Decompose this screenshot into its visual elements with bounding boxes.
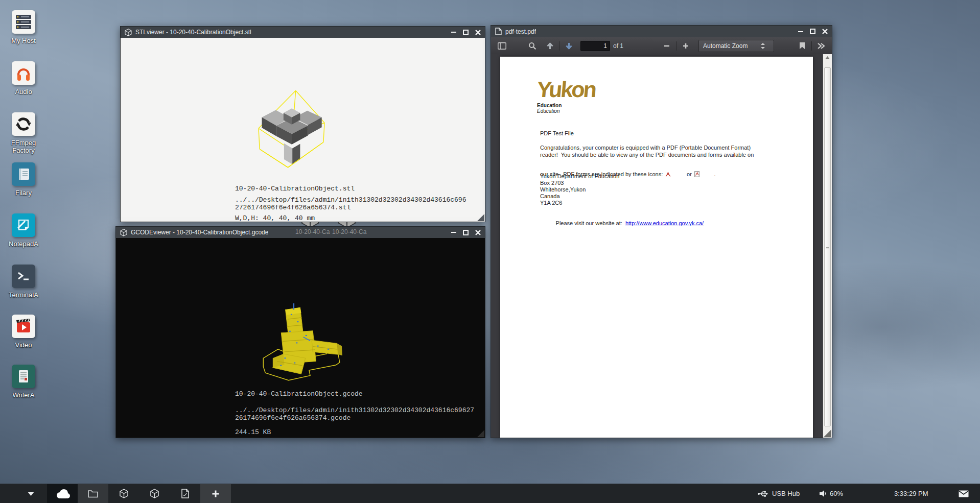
stl-filename: 10-20-40-CalibrationObject.stl — [235, 185, 355, 193]
close-button[interactable] — [822, 29, 828, 34]
address-line: Y1A 2C6 — [540, 200, 562, 206]
resize-grip[interactable] — [477, 430, 484, 437]
speaker-icon — [819, 490, 826, 497]
desktop-icon-label: My Host — [11, 37, 36, 44]
gcode-viewer-window: GCODEviewer - 10-20-40-CalibrationObject… — [115, 226, 485, 438]
minimize-button[interactable] — [451, 230, 456, 235]
gcode-viewport[interactable]: 10-20-40-CalibrationObject.gcode ../../D… — [116, 238, 485, 438]
maximize-button[interactable] — [463, 30, 469, 35]
desktop-icon-video[interactable]: Video — [0, 315, 47, 349]
tray-clock[interactable]: 3:33:29 PM — [894, 484, 928, 503]
pdf-content-area[interactable]: Yukon Education Éducation PDF Test File … — [491, 54, 823, 438]
minimize-button[interactable] — [798, 29, 803, 34]
address-line: Box 2703 — [540, 180, 564, 186]
taskbar-cloud-button[interactable] — [47, 484, 78, 503]
desktop-icon-label: FFmpeg Factory — [0, 139, 47, 154]
window-title: pdf-test.pdf — [505, 28, 536, 35]
doc-paragraph-line1: Congratulations, your computer is equipp… — [540, 145, 751, 151]
doc-paragraph-line3-mid: or — [685, 171, 693, 177]
website-link[interactable]: http://www.education.gov.yk.ca/ — [625, 220, 704, 226]
taskbar-gcodeviewer-button[interactable] — [139, 484, 170, 503]
resize-grip[interactable] — [824, 429, 831, 437]
desktop-icon-terminala[interactable]: TerminalA — [0, 265, 47, 299]
gcode-filesize: 244.15 KB — [235, 428, 271, 436]
desktop-icon-label: Audio — [15, 88, 32, 95]
maximize-button[interactable] — [463, 230, 469, 235]
desktop-icon-audio[interactable]: Audio — [0, 61, 47, 95]
stl-viewport[interactable]: 10-20-40-CalibrationObject.stl ../../Des… — [121, 38, 485, 222]
close-button[interactable] — [475, 230, 481, 235]
page-number-input[interactable] — [580, 41, 610, 51]
gcode-path-line1: ../../Desktop/files/admin/inith31302d323… — [235, 406, 474, 414]
previous-page-button[interactable] — [543, 39, 556, 53]
cube-icon — [150, 489, 159, 498]
tray-usb-label: USB Hub — [772, 490, 800, 497]
vertical-scrollbar[interactable] — [823, 54, 832, 438]
taskbar-add-button[interactable] — [200, 484, 231, 503]
terminal-icon — [12, 265, 35, 288]
minimize-button[interactable] — [451, 30, 456, 35]
sidebar-toggle-button[interactable] — [495, 39, 508, 53]
zoom-in-button[interactable] — [679, 39, 692, 53]
writer-icon — [12, 365, 35, 388]
recycle-arrows-icon — [12, 112, 35, 136]
tray-usb[interactable]: USB Hub — [757, 484, 800, 503]
doc-paragraph-line3-end: . — [714, 171, 716, 177]
maximize-button[interactable] — [810, 29, 815, 34]
desktop-icon-label: TerminalA — [9, 291, 38, 299]
pdf-toolbar: of 1 Automatic Zoom — [491, 37, 832, 55]
desktop-icon-ffmpeg-factory[interactable]: FFmpeg Factory — [0, 112, 47, 154]
toolbar-more-button[interactable] — [814, 39, 828, 53]
scrollbar-thumb[interactable] — [824, 67, 831, 426]
taskbar-menu-button[interactable] — [15, 484, 46, 503]
logo-education-en: Education — [537, 103, 595, 108]
acrobat-icon — [665, 159, 684, 189]
desktop-icon-label: WriterA — [12, 391, 34, 399]
desktop-icon-filary[interactable]: Filary — [0, 162, 47, 197]
resize-grip[interactable] — [477, 214, 484, 221]
book-icon — [12, 162, 35, 186]
desktop-icon-label: Filary — [15, 189, 32, 197]
logo-education-fr: Éducation — [537, 108, 595, 114]
desktop-icon-notepada[interactable]: NotepadA — [0, 213, 47, 248]
pdf-window-titlebar[interactable]: pdf-test.pdf — [491, 26, 832, 37]
select-arrows-icon — [761, 43, 765, 49]
desktop-icon-writera[interactable]: WriterA — [0, 365, 47, 399]
stl-dimensions: W,D,H: 40, 40, 40 mm — [235, 214, 315, 222]
search-button[interactable] — [526, 39, 539, 53]
close-button[interactable] — [475, 30, 481, 35]
pdf-viewer-window: pdf-test.pdf of — [491, 25, 832, 438]
window-title: STLviewer - 10-20-40-CalibrationObject.s… — [135, 29, 251, 36]
next-page-button[interactable] — [562, 39, 575, 53]
cube-icon — [120, 489, 128, 498]
folder-icon — [88, 489, 98, 498]
stl-path-line2: 2726174696f6e4f626a656374.stl — [235, 204, 351, 211]
stl-path-line1: ../../Desktop/files/admin/inith31302d323… — [235, 196, 466, 204]
stl-3d-model — [258, 87, 325, 169]
window-title: GCODEviewer - 10-20-40-CalibrationObject… — [131, 229, 268, 236]
taskbar-pdf-button[interactable] — [170, 484, 200, 503]
desktop-icon-my-host[interactable]: My Host — [0, 10, 47, 44]
tray-mail[interactable] — [959, 484, 969, 503]
scroll-up-arrow-icon[interactable] — [823, 56, 832, 59]
address-line: Canada — [540, 193, 560, 199]
stl-viewer-window: STLviewer - 10-20-40-CalibrationObject.s… — [120, 26, 485, 222]
video-player-icon — [12, 315, 35, 338]
doc-heading: PDF Test File — [540, 130, 574, 136]
stl-window-titlebar[interactable]: STLviewer - 10-20-40-CalibrationObject.s… — [121, 27, 485, 38]
desktop: My Host Audio FFmpeg Factory — [0, 0, 980, 503]
desktop-icon-label: Video — [15, 341, 32, 349]
bookmark-button[interactable] — [796, 39, 809, 53]
address-line: Whitehorse,Yukon — [540, 186, 586, 193]
zoom-out-button[interactable] — [660, 39, 673, 53]
pdf-form-icon — [694, 159, 713, 189]
doc-paragraph-line2: reader! You should be able to view any o… — [540, 152, 754, 158]
taskbar-stlviewer-button[interactable] — [108, 484, 139, 503]
zoom-level-value: Automatic Zoom — [703, 42, 748, 50]
gcode-toolpath-model — [259, 303, 343, 385]
zoom-level-select[interactable]: Automatic Zoom — [698, 40, 774, 52]
file-shortcut-label: 10-20-40-Ca — [332, 228, 366, 235]
tray-volume[interactable]: 60% — [819, 484, 843, 503]
file-shortcut-label: 10-20-40-Ca — [295, 228, 330, 235]
taskbar-files-button[interactable] — [78, 484, 108, 503]
